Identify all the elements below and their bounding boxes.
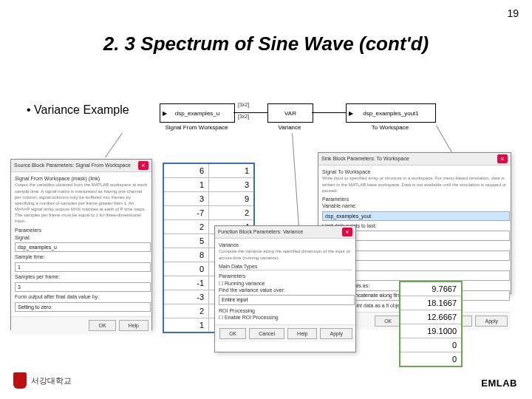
section-header: ROI Processing (219, 307, 352, 314)
section-header: Signal From Workspace (mask) (link) (15, 175, 148, 182)
signal-input[interactable]: dsp_examples_u (15, 242, 151, 252)
dialog-function-block-variance: Function Block Parameters: Variance × Va… (214, 225, 356, 352)
lab-name: EMLAB (481, 378, 517, 389)
label-variable-name: Variable name: (322, 202, 507, 209)
section-header: Parameters (322, 196, 507, 202)
pointer-line (292, 133, 299, 228)
bullet-variance-example: • Variance Example (27, 103, 129, 117)
signal-dim-bottom: [3x2] (238, 114, 249, 119)
page-number: 19 (507, 7, 519, 19)
table-cell: 0 (400, 338, 462, 352)
table-cell: 2 (209, 206, 255, 220)
table-cell: 2 (163, 220, 209, 234)
description-text: Compute the variance along the specified… (219, 248, 352, 260)
section-header: Variance (219, 242, 352, 248)
table-cell: 0 (400, 352, 462, 367)
tab-main[interactable]: Main Data Types (219, 263, 352, 270)
ok-button[interactable]: OK (375, 316, 401, 327)
apply-button[interactable]: Apply (320, 328, 352, 339)
sample-time-input[interactable]: 1 (15, 262, 151, 272)
output-data-table: 9.766718.166712.666719.100000 (399, 281, 463, 367)
dialog-source-block-parameters: Source Block Parameters: Signal From Wor… (10, 159, 152, 330)
table-cell: 3 (209, 178, 255, 192)
label-sample-time: Sample time: (15, 253, 148, 260)
dialog-title: Source Block Parameters: Signal From Wor… (14, 162, 131, 168)
table-cell: 12.6667 (400, 310, 462, 324)
table-cell: 3 (163, 192, 209, 206)
description-text: Write input to specified array or struct… (322, 175, 507, 193)
label-samples-per-frame: Samples per frame: (15, 273, 148, 280)
wire-var-to-sink (312, 112, 346, 113)
description-text: Output the variables obtained from the M… (15, 182, 148, 224)
close-icon[interactable]: × (497, 154, 508, 163)
table-cell: 18.1667 (400, 296, 462, 310)
close-icon[interactable]: × (342, 228, 352, 236)
table-cell: 2 (163, 304, 209, 318)
block-variance[interactable]: VAR (267, 103, 313, 123)
variance-over-select[interactable]: Entire input (219, 295, 355, 304)
university-name: 서강대학교 (31, 375, 72, 386)
page-title: 2. 3 Spectrum of Sine Wave (cont'd) (0, 33, 532, 55)
checkbox-running-variance[interactable]: ☐ Running variance (219, 280, 352, 287)
table-cell: 6 (163, 163, 209, 178)
caption-signal-from-workspace: Signal From Workspace (160, 124, 233, 131)
caption-to-workspace: To Workspace (346, 124, 434, 131)
checkbox-roi[interactable]: ☐ Enable ROI Processing (219, 314, 352, 321)
label-find-variance-over: Find the variance value over: (219, 287, 352, 293)
table-cell: -7 (163, 206, 209, 220)
apply-button[interactable]: Apply (475, 316, 508, 327)
label-signal: Signal: (15, 234, 148, 241)
section-header: Parameters (15, 227, 148, 233)
section-header: Signal To Workspace (322, 168, 507, 175)
table-cell: 5 (163, 234, 209, 248)
dialog-title: Function Block Parameters: Variance (218, 228, 303, 235)
ok-button[interactable]: OK (219, 328, 246, 339)
pointer-line (105, 133, 123, 157)
table-cell: 9.7667 (400, 282, 462, 296)
table-cell: -3 (163, 290, 209, 304)
block-to-workspace[interactable]: dsp_examples_yout1 (346, 103, 436, 123)
variable-name-input[interactable]: dsp_examples_yout (322, 211, 510, 221)
table-cell: -1 (163, 276, 209, 290)
caption-variance: Variance (267, 124, 312, 131)
table-cell: 1 (209, 163, 255, 178)
ok-button[interactable]: OK (89, 320, 115, 331)
samples-per-frame-input[interactable]: 3 (15, 282, 151, 292)
university-logo-icon (13, 372, 27, 389)
help-button[interactable]: Help (119, 320, 149, 331)
dialog-title: Sink Block Parameters: To Workspace (321, 155, 409, 162)
form-output-select[interactable]: Setting to zero (15, 302, 151, 312)
section-header: Parameters (219, 273, 352, 279)
block-signal-from-workspace[interactable]: dsp_examples_u (160, 103, 235, 123)
table-cell: 19.1000 (400, 324, 462, 338)
table-cell: 8 (163, 248, 209, 262)
wire-from-to-var (233, 112, 267, 113)
table-cell: 1 (163, 318, 209, 333)
cancel-button[interactable]: Cancel (249, 328, 284, 339)
table-cell: 0 (163, 262, 209, 276)
signal-dim-top: [3x2] (238, 102, 249, 107)
close-icon[interactable]: × (138, 161, 149, 170)
help-button[interactable]: Help (287, 328, 317, 339)
table-cell: 1 (163, 178, 209, 192)
table-cell: 9 (209, 192, 255, 206)
label-form-output: Form output after final data value by: (15, 293, 148, 300)
